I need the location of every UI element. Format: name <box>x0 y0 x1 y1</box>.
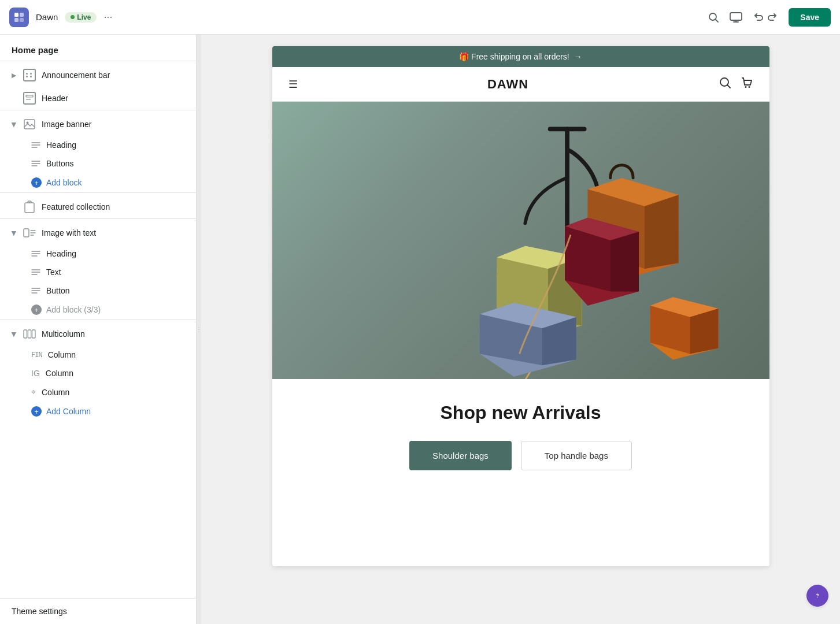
svg-rect-36 <box>32 330 36 338</box>
live-badge: Live <box>65 12 97 23</box>
sidebar-sub-item-heading-2[interactable]: Heading <box>0 244 196 263</box>
svg-rect-19 <box>25 203 34 213</box>
announcement-text: 🎁 Free shipping on all orders! <box>459 52 569 61</box>
shoulder-bags-button[interactable]: Shoulder bags <box>409 441 512 470</box>
sidebar-spacer <box>0 421 196 598</box>
store-header-icons <box>719 76 753 92</box>
text-icon <box>31 159 40 168</box>
svg-point-39 <box>745 86 746 88</box>
add-column-button[interactable]: + Add Column <box>0 402 196 421</box>
hamburger-icon[interactable]: ☰ <box>288 78 298 91</box>
sidebar-sub-item-column-2[interactable]: IG Column <box>0 364 196 382</box>
undo-button[interactable] <box>753 12 764 23</box>
text-icon <box>31 250 40 258</box>
store-header-preview: ☰ DAWN <box>272 67 769 102</box>
desktop-preview-button[interactable] <box>730 12 742 23</box>
undo-redo-group <box>753 12 778 23</box>
more-options-button[interactable]: ··· <box>103 11 112 23</box>
live-dot <box>71 15 75 19</box>
sidebar-sub-item-column-1[interactable]: FIN Column <box>0 346 196 364</box>
top-bar: Dawn Live ··· Save <box>0 0 840 35</box>
top-handle-bags-button[interactable]: Top handle bags <box>521 441 632 470</box>
add-column-label: Add Column <box>46 407 91 416</box>
text-icon <box>31 287 40 295</box>
bags-illustration <box>372 102 769 379</box>
sidebar-sub-item-column-3[interactable]: ⌖ Column <box>0 382 196 402</box>
svg-point-40 <box>748 86 750 88</box>
toolbar-icons: Save <box>708 8 831 27</box>
text-icon <box>31 141 40 149</box>
svg-marker-54 <box>610 232 638 291</box>
svg-line-5 <box>716 19 719 22</box>
sidebar: Home page ▶ Announcement bar ▶ Header ▶ … <box>0 35 197 624</box>
announcement-bar-icon <box>23 69 36 81</box>
add-block-button-2[interactable]: + Add block (3/3) <box>0 300 196 320</box>
column-2-label: Column <box>46 369 73 378</box>
divider <box>0 192 196 193</box>
search-icon[interactable] <box>719 76 731 92</box>
svg-point-64 <box>817 597 818 598</box>
header-label: Header <box>42 94 68 103</box>
corner-buttons <box>806 585 828 607</box>
column-1-label: Column <box>48 350 76 359</box>
hero-image-preview <box>272 102 769 379</box>
sidebar-sub-item-button-1[interactable]: Button <box>0 281 196 300</box>
multicolumn-label: Multicolumn <box>42 329 85 339</box>
store-name-preview: DAWN <box>487 77 528 92</box>
search-button[interactable] <box>708 12 719 23</box>
col-icon-1: FIN <box>31 351 42 359</box>
header-icon <box>23 92 36 105</box>
cart-icon[interactable] <box>741 76 753 92</box>
resize-handle[interactable]: ⋮ <box>197 35 201 624</box>
chevron-down-icon: ▶ <box>10 231 18 235</box>
sidebar-item-featured-collection[interactable]: ▶ Featured collection <box>0 195 196 218</box>
sidebar-item-image-with-text[interactable]: ▶ Image with text <box>0 221 196 244</box>
sidebar-item-multicolumn[interactable]: ▶ Multicolumn <box>0 322 196 346</box>
save-button[interactable]: Save <box>789 8 831 27</box>
svg-rect-10 <box>26 99 31 100</box>
sidebar-title: Home page <box>0 35 196 61</box>
redo-button[interactable] <box>767 12 778 23</box>
button-1-label: Button <box>46 286 69 295</box>
buttons-1-label: Buttons <box>46 159 73 168</box>
chevron-down-icon: ▶ <box>10 122 18 127</box>
col-icon-2: IG <box>31 369 40 378</box>
svg-point-20 <box>29 202 30 203</box>
text-icon <box>31 268 40 276</box>
add-circle-icon-2: + <box>31 304 42 315</box>
corner-help-button[interactable] <box>806 585 828 607</box>
svg-point-63 <box>813 591 822 600</box>
preview-frame: 🎁 Free shipping on all orders! → ☰ DAWN <box>272 46 769 566</box>
col-icon-3: ⌖ <box>31 387 36 397</box>
svg-marker-46 <box>644 195 678 269</box>
sidebar-item-image-banner[interactable]: ▶ Image banner <box>0 113 196 136</box>
svg-rect-21 <box>24 229 29 237</box>
svg-rect-1 <box>20 13 24 17</box>
featured-collection-label: Featured collection <box>42 202 110 211</box>
theme-settings-button[interactable]: Theme settings <box>0 598 196 624</box>
sidebar-item-announcement-bar[interactable]: ▶ Announcement bar <box>0 64 196 87</box>
image-banner-label: Image banner <box>42 120 91 129</box>
main-layout: Home page ▶ Announcement bar ▶ Header ▶ … <box>0 35 840 624</box>
heading-2-label: Heading <box>46 249 76 258</box>
svg-rect-2 <box>14 18 18 22</box>
sidebar-sub-item-heading-1[interactable]: Heading <box>0 136 196 154</box>
svg-rect-42 <box>547 127 586 131</box>
svg-rect-3 <box>20 18 24 22</box>
image-with-text-label: Image with text <box>42 228 96 237</box>
divider <box>0 110 196 110</box>
chevron-right-icon: ▶ <box>12 72 16 79</box>
sidebar-item-header[interactable]: ▶ Header <box>0 87 196 110</box>
announcement-bar-label: Announcement bar <box>42 70 110 80</box>
store-content: Shop new Arrivals Shoulder bags Top hand… <box>272 379 769 493</box>
sidebar-sub-item-text-1[interactable]: Text <box>0 263 196 281</box>
sidebar-sub-item-buttons-1[interactable]: Buttons <box>0 154 196 173</box>
svg-rect-35 <box>28 330 31 338</box>
preview-pane: 🎁 Free shipping on all orders! → ☰ DAWN <box>201 35 840 624</box>
add-block-button-1[interactable]: + Add block <box>0 173 196 192</box>
divider <box>0 61 196 61</box>
button-row: Shoulder bags Top handle bags <box>288 441 753 470</box>
image-banner-icon <box>23 118 36 131</box>
column-3-label: Column <box>42 388 69 397</box>
svg-rect-0 <box>14 13 18 17</box>
